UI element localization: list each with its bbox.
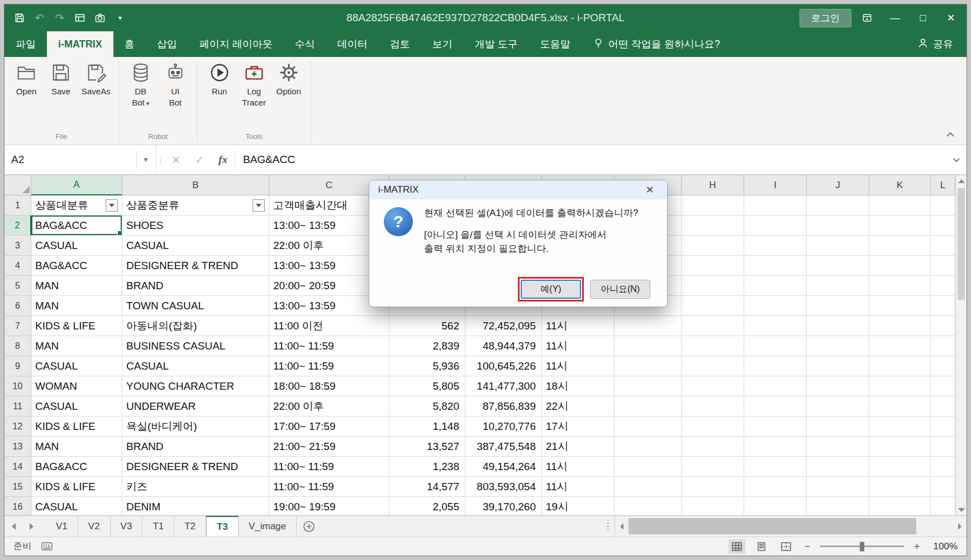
cell-K3[interactable] [869, 236, 931, 256]
cell-K15[interactable] [869, 477, 931, 497]
row-header-8[interactable]: 8 [4, 336, 31, 356]
cell-A4[interactable]: BAG&ACC [31, 256, 122, 276]
cell-E14[interactable]: 49,154,264 [465, 457, 542, 477]
cell-J16[interactable] [807, 497, 869, 515]
dialog-title-bar[interactable]: i-MATRIX ✕ [369, 180, 667, 199]
cell-I3[interactable] [744, 236, 807, 256]
row-header-1[interactable]: 1 [4, 195, 31, 216]
name-box-dropdown-icon[interactable]: ▼ [136, 151, 149, 168]
page-break-view-icon[interactable] [778, 539, 794, 554]
row-header-9[interactable]: 9 [4, 356, 31, 376]
vertical-scrollbar-track[interactable] [956, 186, 967, 504]
zoom-out-button[interactable]: − [802, 540, 812, 553]
cell-A13[interactable]: MAN [31, 437, 122, 457]
column-header-B[interactable]: B [122, 175, 269, 195]
cell-A11[interactable]: CASUAL [31, 396, 122, 417]
cell-A5[interactable]: MAN [31, 276, 122, 296]
ribbon-tab-i-MATRIX[interactable]: i-MATRIX [47, 31, 113, 57]
cell-B5[interactable]: BRAND [122, 276, 269, 296]
horizontal-scrollbar[interactable] [615, 516, 967, 537]
cell-E13[interactable]: 387,475,548 [465, 437, 542, 457]
ribbon-tab-보기[interactable]: 보기 [421, 31, 464, 57]
horizontal-scrollbar-track[interactable] [627, 516, 954, 537]
ribbon-tab-도움말[interactable]: 도움말 [529, 31, 582, 57]
cell-A7[interactable]: KIDS & LIFE [31, 316, 122, 336]
cell-I5[interactable] [744, 276, 807, 296]
cell-L10[interactable] [931, 376, 955, 396]
cell-G16[interactable] [615, 497, 682, 515]
cell-B12[interactable]: 욕실(바디케어) [122, 417, 269, 437]
sheet-tab-V_image[interactable]: V_image [239, 516, 297, 537]
save-as-button[interactable]: SaveAs [78, 58, 114, 97]
tell-me-search[interactable]: 어떤 작업을 원하시나요? [582, 31, 731, 57]
cell-I14[interactable] [744, 457, 807, 477]
open-button[interactable]: Open [9, 58, 44, 97]
cell-L5[interactable] [931, 276, 955, 296]
close-icon[interactable]: ✕ [939, 7, 963, 29]
sheet-nav-left-button[interactable] [4, 516, 22, 537]
cell-B11[interactable]: UNDERWEAR [122, 396, 269, 417]
cell-H11[interactable] [682, 396, 744, 417]
cell-I8[interactable] [744, 336, 807, 356]
column-header-J[interactable]: J [807, 175, 869, 195]
cell-E10[interactable]: 141,477,300 [465, 376, 542, 396]
cell-L12[interactable] [931, 417, 955, 437]
ribbon-tab-파일[interactable]: 파일 [4, 31, 47, 57]
cell-C7[interactable]: 11:00 이전 [269, 316, 389, 336]
cell-F8[interactable]: 11시 [542, 336, 615, 356]
cell-J14[interactable] [807, 457, 869, 477]
cell-H1[interactable] [682, 195, 744, 216]
cell-B3[interactable]: CASUAL [122, 236, 269, 256]
row-header-4[interactable]: 4 [4, 256, 31, 276]
cell-J15[interactable] [807, 477, 869, 497]
maximize-icon[interactable]: □ [911, 7, 935, 29]
option-button[interactable]: Option [272, 58, 306, 97]
sheet-nav-right-button[interactable] [22, 516, 40, 537]
cell-H10[interactable] [682, 376, 744, 396]
cell-A15[interactable]: KIDS & LIFE [31, 477, 122, 497]
cell-G8[interactable] [615, 336, 682, 356]
db-bot-button[interactable]: DB Bot▾ [123, 58, 158, 108]
cell-J7[interactable] [807, 316, 869, 336]
scroll-left-button[interactable] [616, 516, 627, 537]
cell-A8[interactable]: MAN [31, 336, 122, 356]
cell-K11[interactable] [869, 396, 931, 417]
cell-F7[interactable]: 11시 [542, 316, 615, 336]
horizontal-scrollbar-thumb[interactable] [629, 518, 916, 534]
cell-J8[interactable] [807, 336, 869, 356]
cell-J5[interactable] [807, 276, 869, 296]
cell-I4[interactable] [744, 256, 807, 276]
cell-L1[interactable] [931, 195, 955, 216]
ribbon-display-options-icon[interactable] [855, 7, 879, 29]
dialog-close-icon[interactable]: ✕ [641, 184, 658, 196]
row-header-15[interactable]: 15 [4, 477, 31, 497]
cell-C13[interactable]: 21:00~ 21:59 [269, 437, 389, 457]
cell-F14[interactable]: 11시 [542, 457, 615, 477]
row-header-10[interactable]: 10 [4, 376, 31, 396]
cell-K16[interactable] [869, 497, 931, 515]
row-header-2[interactable]: 2 [4, 216, 31, 236]
cell-J13[interactable] [807, 437, 869, 457]
cell-D10[interactable]: 5,805 [389, 376, 465, 396]
column-header-A[interactable]: A [31, 175, 122, 195]
cell-C9[interactable]: 11:00~ 11:59 [269, 356, 389, 376]
ribbon-tab-개발 도구[interactable]: 개발 도구 [464, 31, 529, 57]
undo-icon[interactable]: ↶ [30, 8, 49, 27]
cell-L16[interactable] [931, 497, 955, 515]
cell-L9[interactable] [931, 356, 955, 376]
cell-A10[interactable]: WOMAN [31, 376, 122, 396]
cell-D14[interactable]: 1,238 [389, 457, 465, 477]
cell-I16[interactable] [744, 497, 807, 515]
cell-D15[interactable]: 14,577 [389, 477, 465, 497]
page-layout-view-icon[interactable] [753, 539, 770, 554]
macro-record-icon[interactable] [41, 542, 53, 551]
cell-J3[interactable] [807, 236, 869, 256]
cell-E11[interactable]: 87,856,839 [465, 396, 542, 417]
cell-L3[interactable] [931, 236, 955, 256]
cell-L13[interactable] [931, 437, 955, 457]
zoom-in-button[interactable]: + [912, 540, 922, 553]
ribbon-tab-수식[interactable]: 수식 [284, 31, 326, 57]
filter-dropdown-icon-B[interactable] [253, 199, 265, 212]
cell-B2[interactable]: SHOES [122, 216, 269, 236]
cell-G7[interactable] [615, 316, 682, 336]
